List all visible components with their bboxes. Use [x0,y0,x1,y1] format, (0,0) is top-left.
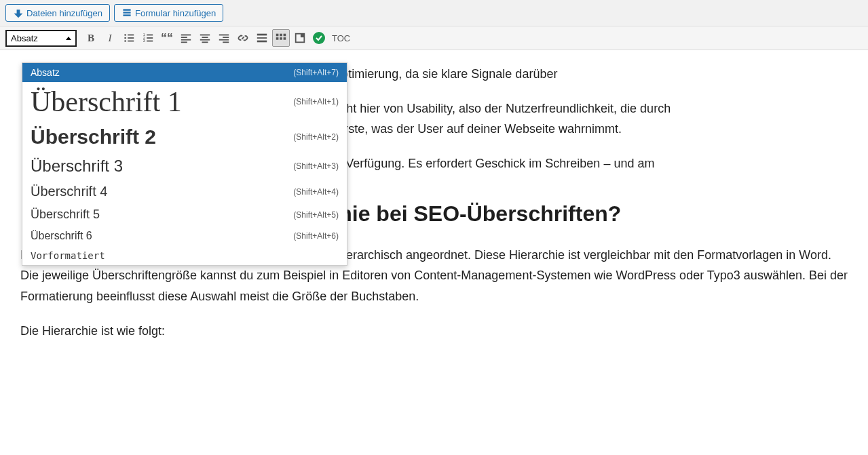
format-option-shortcut: (Shift+Alt+6) [293,231,339,241]
svg-rect-31 [280,34,282,37]
format-option[interactable]: Überschrift 4(Shift+Alt+4) [22,180,347,203]
svg-rect-6 [128,37,134,39]
svg-rect-0 [123,9,130,10]
status-check-button[interactable] [310,29,328,47]
svg-rect-2 [123,14,130,16]
svg-rect-1 [123,12,130,13]
format-option[interactable]: Überschrift 2(Shift+Alt+2) [22,121,347,153]
align-center-button[interactable] [196,29,214,47]
svg-rect-35 [284,37,286,40]
svg-rect-17 [181,39,191,41]
svg-rect-14 [147,41,153,42]
format-option-label: Überschrift 3 [31,157,123,176]
caret-up-icon [66,37,71,40]
svg-point-3 [124,34,126,36]
svg-rect-24 [223,37,229,38]
media-buttons-bar: Dateien hinzufügen Formular hinzufügen [0,0,868,26]
svg-rect-26 [223,41,229,43]
add-files-button[interactable]: Dateien hinzufügen [5,4,110,22]
bold-button[interactable]: B [82,29,100,47]
svg-rect-8 [128,41,134,42]
add-files-label: Dateien hinzufügen [26,8,102,18]
svg-rect-32 [284,34,286,37]
svg-rect-37 [301,34,304,37]
format-option-shortcut: (Shift+Alt+3) [293,161,339,171]
svg-text:3: 3 [143,39,145,43]
format-option[interactable]: Absatz(Shift+Alt+7) [22,63,347,82]
format-option[interactable]: Überschrift 3(Shift+Alt+3) [22,153,347,180]
toc-button[interactable]: TOC [329,33,350,43]
editor-toolbar: Absatz B I 123 ““ [0,26,868,50]
svg-rect-16 [181,37,187,38]
toolbar-toggle-button[interactable] [272,29,290,47]
link-button[interactable] [234,29,252,47]
paragraph: Die Hierarchie ist wie folgt: [20,321,848,342]
svg-rect-33 [276,37,279,40]
svg-rect-28 [257,37,267,39]
format-option-label: Überschrift 6 [31,230,92,242]
format-option-shortcut: (Shift+Alt+1) [293,97,339,106]
numbered-list-button[interactable]: 123 [139,29,157,47]
format-option[interactable]: Überschrift 1(Shift+Alt+1) [22,82,347,121]
svg-rect-23 [219,35,229,36]
format-option-label: Überschrift 4 [31,184,107,199]
svg-rect-15 [181,35,191,36]
toolbar-group: B I 123 ““ TOC [82,29,350,47]
svg-point-38 [313,32,325,44]
format-option-shortcut: (Shift+Alt+2) [293,132,339,142]
format-option-label: Überschrift 2 [31,125,156,149]
format-option[interactable]: Vorformatiert [22,246,347,265]
italic-button[interactable]: I [101,29,119,47]
format-option-shortcut: (Shift+Alt+7) [293,68,339,77]
align-right-button[interactable] [215,29,233,47]
bulleted-list-button[interactable] [120,29,138,47]
fullscreen-button[interactable] [291,29,309,47]
read-more-button[interactable] [253,29,271,47]
svg-rect-19 [200,35,210,36]
svg-rect-27 [257,34,267,36]
svg-rect-29 [257,41,267,43]
media-icon [13,7,24,18]
format-select[interactable]: Absatz [5,30,77,47]
svg-rect-20 [202,37,208,38]
format-option-label: Überschrift 5 [31,207,100,222]
format-option[interactable]: Überschrift 6(Shift+Alt+6) [22,226,347,246]
add-form-label: Formular hinzufügen [135,8,216,18]
svg-rect-21 [200,39,210,41]
svg-point-5 [124,37,126,39]
format-option-label: Überschrift 1 [31,86,182,117]
format-option-shortcut: (Shift+Alt+5) [293,210,339,220]
format-option[interactable]: Überschrift 5(Shift+Alt+5) [22,203,347,226]
form-icon [121,7,132,18]
format-select-value: Absatz [11,33,38,43]
format-option-shortcut: (Shift+Alt+4) [293,187,339,197]
svg-rect-25 [219,39,229,41]
svg-rect-30 [276,34,279,37]
format-option-label: Absatz [31,67,60,78]
svg-rect-12 [147,37,153,39]
svg-rect-34 [280,37,282,40]
svg-rect-4 [128,35,134,36]
add-form-button[interactable]: Formular hinzufügen [114,4,223,22]
format-dropdown: Absatz(Shift+Alt+7)Überschrift 1(Shift+A… [22,62,347,266]
format-option-label: Vorformatiert [31,250,105,261]
svg-point-7 [124,40,126,42]
align-left-button[interactable] [177,29,195,47]
svg-rect-18 [181,41,187,43]
svg-rect-22 [202,41,208,43]
svg-rect-10 [147,35,153,36]
blockquote-button[interactable]: ““ [158,29,176,47]
